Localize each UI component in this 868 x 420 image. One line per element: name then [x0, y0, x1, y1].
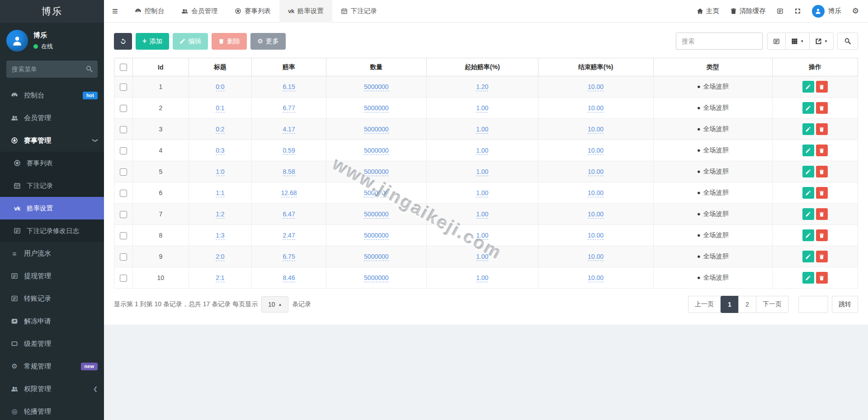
table-search-input[interactable]: [676, 33, 763, 50]
fullscreen-button[interactable]: [794, 8, 801, 14]
cell-quantity-link[interactable]: 5000000: [364, 147, 389, 155]
cell-odds-link[interactable]: 6.77: [283, 104, 295, 112]
cell-title-link[interactable]: 2:1: [216, 274, 224, 282]
row-edit-button[interactable]: [802, 123, 814, 135]
cell-quantity-link[interactable]: 5000000: [364, 168, 389, 176]
detail-view-button[interactable]: [767, 33, 786, 50]
cell-odds-link[interactable]: 4.17: [283, 126, 295, 134]
cell-odds-link[interactable]: 6.75: [283, 253, 295, 261]
row-edit-button[interactable]: [802, 166, 814, 177]
next-page-button[interactable]: 下一页: [756, 296, 788, 313]
sidebar-item[interactable]: 转账记录: [0, 287, 104, 310]
cell-end-odds-link[interactable]: 10.00: [588, 83, 604, 91]
cell-start-odds-link[interactable]: 1.00: [476, 189, 488, 197]
add-button[interactable]: +添加: [136, 33, 169, 50]
cell-end-odds-link[interactable]: 10.00: [588, 232, 604, 240]
edit-button[interactable]: 编辑: [173, 33, 208, 50]
tab-会员管理[interactable]: 会员管理: [173, 0, 226, 23]
cell-start-odds-link[interactable]: 1.00: [476, 126, 488, 134]
cell-end-odds-link[interactable]: 10.00: [588, 253, 604, 261]
sidebar-item[interactable]: 赛事列表: [0, 152, 104, 174]
row-edit-button[interactable]: [802, 272, 814, 284]
row-edit-button[interactable]: [802, 81, 814, 93]
cell-odds-link[interactable]: 8.46: [283, 274, 295, 282]
cell-start-odds-link[interactable]: 1.00: [476, 253, 488, 261]
row-edit-button[interactable]: [802, 187, 814, 199]
row-checkbox[interactable]: [120, 126, 127, 133]
cell-end-odds-link[interactable]: 10.00: [588, 210, 604, 219]
cell-title-link[interactable]: 0:1: [216, 104, 224, 112]
columns-button[interactable]: ▼: [785, 33, 810, 50]
row-checkbox[interactable]: [120, 253, 127, 261]
cell-quantity-link[interactable]: 5000000: [364, 253, 389, 261]
sidebar-item[interactable]: 级差管理: [0, 332, 104, 355]
cell-quantity-link[interactable]: 5000000: [364, 210, 389, 219]
row-edit-button[interactable]: [802, 102, 814, 114]
cell-end-odds-link[interactable]: 10.00: [588, 274, 604, 282]
row-delete-button[interactable]: [816, 272, 828, 284]
cell-start-odds-link[interactable]: 1.00: [476, 232, 488, 240]
row-delete-button[interactable]: [816, 102, 828, 114]
cell-start-odds-link[interactable]: 1.00: [476, 104, 488, 112]
sidebar-item[interactable]: 提现管理: [0, 265, 104, 287]
cell-end-odds-link[interactable]: 10.00: [588, 147, 604, 155]
tab-赔率设置[interactable]: vk赔率设置: [279, 0, 332, 23]
row-delete-button[interactable]: [816, 208, 828, 220]
cell-odds-link[interactable]: 6.47: [283, 210, 295, 219]
sidebar-item[interactable]: ◎轮播管理: [0, 400, 104, 420]
row-delete-button[interactable]: [816, 229, 828, 241]
select-all-checkbox[interactable]: [120, 64, 127, 71]
menu-toggle-icon[interactable]: ≡: [104, 5, 126, 17]
cell-title-link[interactable]: 1:0: [216, 168, 224, 176]
cell-end-odds-link[interactable]: 10.00: [588, 189, 604, 197]
clear-cache-button[interactable]: 清除缓存: [730, 7, 766, 15]
delete-button[interactable]: 删除: [212, 33, 247, 50]
row-delete-button[interactable]: [816, 145, 828, 156]
sidebar-item[interactable]: 下注记录修改日志: [0, 219, 104, 242]
sidebar-item[interactable]: 控制台hot: [0, 84, 104, 107]
more-button[interactable]: ⚙更多: [250, 33, 286, 50]
row-checkbox[interactable]: [120, 232, 127, 239]
row-edit-button[interactable]: [802, 145, 814, 156]
cell-odds-link[interactable]: 8.58: [283, 168, 295, 176]
cell-title-link[interactable]: 0:2: [216, 126, 224, 134]
sidebar-item[interactable]: ≡用户流水: [0, 242, 104, 265]
cell-title-link[interactable]: 0:0: [216, 83, 224, 91]
cell-quantity-link[interactable]: 5000000: [364, 274, 389, 282]
cell-title-link[interactable]: 1:2: [216, 210, 224, 219]
page-size-select[interactable]: 10▲: [261, 296, 288, 313]
export-button[interactable]: ▼: [809, 33, 834, 50]
cell-end-odds-link[interactable]: 10.00: [588, 104, 604, 112]
cell-start-odds-link[interactable]: 1.00: [476, 147, 488, 155]
jump-page-input[interactable]: [798, 296, 828, 313]
sidebar-item[interactable]: 解冻申请: [0, 310, 104, 332]
row-checkbox[interactable]: [120, 105, 127, 112]
search-button[interactable]: [837, 33, 858, 50]
refresh-button[interactable]: [114, 33, 132, 50]
cell-title-link[interactable]: 1:3: [216, 232, 224, 240]
sidebar-item[interactable]: 权限管理❮: [0, 378, 104, 400]
prev-page-button[interactable]: 上一页: [688, 296, 721, 313]
cell-quantity-link[interactable]: 5000000: [364, 104, 389, 112]
row-checkbox[interactable]: [120, 147, 127, 154]
tab-下注记录[interactable]: 下注记录: [332, 0, 386, 23]
settings-button[interactable]: ⚙: [852, 7, 859, 15]
row-checkbox[interactable]: [120, 168, 127, 176]
sidebar-search-input[interactable]: [6, 61, 98, 78]
cell-quantity-link[interactable]: 5000000: [364, 126, 389, 134]
cell-start-odds-link[interactable]: 1.20: [476, 83, 488, 91]
cell-start-odds-link[interactable]: 1.00: [476, 210, 488, 219]
cell-quantity-link[interactable]: 5000000: [364, 83, 389, 91]
cell-start-odds-link[interactable]: 1.00: [476, 274, 488, 282]
row-edit-button[interactable]: [802, 251, 814, 262]
row-checkbox[interactable]: [120, 190, 127, 197]
user-menu[interactable]: 博乐: [812, 5, 841, 18]
sidebar-item[interactable]: vk赔率设置: [0, 197, 104, 219]
cell-quantity-link[interactable]: 5000000: [364, 232, 389, 240]
sidebar-item[interactable]: ⚙常规管理new: [0, 355, 104, 378]
cell-title-link[interactable]: 2:0: [216, 253, 224, 261]
cell-odds-link[interactable]: 2.47: [283, 232, 295, 240]
cell-quantity-link[interactable]: 5000000: [364, 189, 389, 197]
cell-title-link[interactable]: 1:1: [216, 189, 224, 197]
cell-odds-link[interactable]: 12.68: [281, 189, 297, 197]
